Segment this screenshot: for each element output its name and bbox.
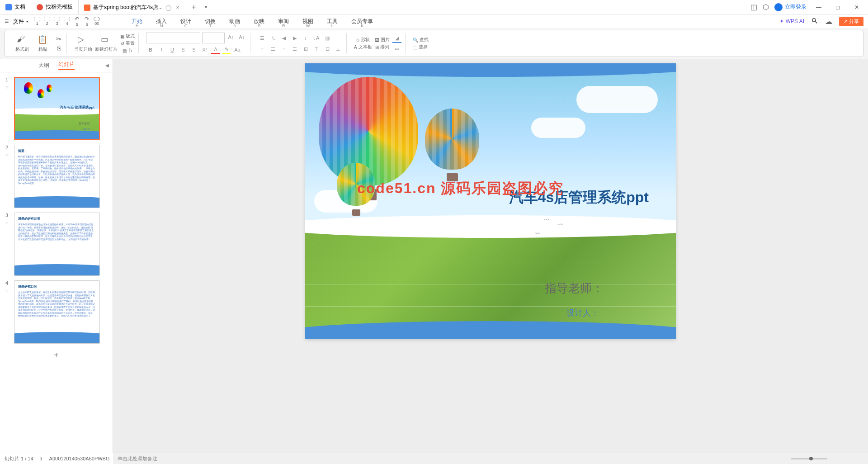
columns-button[interactable]: ▥ [323,33,332,43]
designer-text[interactable]: 设计人： [566,308,599,318]
bold-button[interactable]: B [146,45,155,54]
tab-animation[interactable]: 动画A [227,16,242,27]
slide-thumbnail-1[interactable]: 1☆ 汽车4s店管理系统ppt 指导老师： 设计人: [2,77,110,140]
slide-thumbnail-4[interactable]: 4☆ 课题研究目的 企业的不断飞速的发展，对信息化的需求日益剧增及不断增多的时期… [2,280,110,344]
cloud-icon[interactable]: ☁ [825,17,832,26]
qa-print[interactable]: 2 [42,17,52,26]
multi-window-icon[interactable]: ◫ [750,3,757,11]
minimize-button[interactable]: — [812,4,826,10]
copy-button[interactable]: ⎘ [55,44,63,52]
font-size-select[interactable] [202,33,225,43]
textbox-button[interactable]: A文本框 [354,44,372,50]
distribute-button[interactable]: ⊞ [301,44,310,53]
qa-undo[interactable]: ↶5 [72,17,81,26]
hamburger-icon[interactable]: ≡ [5,17,9,25]
qa-save[interactable]: 1 [33,17,42,26]
box-icon[interactable]: ⬡ [763,3,769,11]
star-icon[interactable]: ☆ [5,85,9,90]
login-button[interactable]: 立即登录 [774,3,807,11]
tab-slideshow[interactable]: 放映S [251,16,267,27]
align-middle-button[interactable]: ⊟ [323,44,332,53]
zoom-slider[interactable] [791,458,827,459]
text-direction-button[interactable]: ↓A [312,33,321,43]
wps-ai-button[interactable]: ✦WPS AI [779,18,804,24]
font-color-button[interactable]: A [211,45,220,54]
numbering-button[interactable]: ⒈ [269,33,278,43]
slides-tab[interactable]: 幻灯片 [58,61,75,70]
line-spacing-button[interactable]: ↕ [301,33,310,43]
arrange-button[interactable]: ⊞排列 [375,44,390,50]
reset-button[interactable]: ↺重置 [120,40,135,47]
tab-design[interactable]: 设计G [178,16,193,27]
maximize-button[interactable]: ◻ [831,4,844,10]
cut-button[interactable]: ✂ [55,35,63,43]
align-top-button[interactable]: ⊤ [312,44,321,53]
paste-button[interactable]: 📋粘贴 [34,34,52,52]
qa-export[interactable]: 4 [62,17,71,26]
tab-review[interactable]: 审阅R [276,16,291,27]
star-icon[interactable]: ☆ [5,288,9,293]
canvas-area[interactable]: 〰 〰 〰 code51.cn 源码乐园盗图必究 汽车4s店管理系统ppt 指导… [113,59,868,453]
decrease-font-button[interactable]: A↓ [237,33,246,42]
slide-thumbnail-2[interactable]: 2☆ 摘要： 时代在飞速进步，每个行业都在努力发展现在先进技术，通过这些先进的技… [2,145,110,208]
shadow-button[interactable]: S [179,45,188,54]
slide-counter[interactable]: 幻灯片 1 / 14 [5,455,33,462]
close-icon[interactable]: ✕ [176,5,181,10]
change-case-button[interactable]: Aa [233,45,242,54]
tab-chat-icon[interactable]: ◯ [165,5,171,11]
format-painter-button[interactable]: 🖌格式刷 [13,34,31,52]
new-slide-button[interactable]: ▭新建幻灯片 [95,34,118,52]
qa-preview[interactable]: 3 [52,17,61,26]
share-button[interactable]: ↗分享 [839,17,863,26]
superscript-button[interactable]: X² [200,45,209,54]
file-menu[interactable]: 文件 ▾ F [9,16,32,27]
outline-tab[interactable]: 大纲 [38,62,49,69]
qa-redo[interactable]: ↷6 [82,17,91,26]
qa-more[interactable]: 00 [92,17,101,26]
bullets-button[interactable]: ☰ [258,33,267,43]
document-tab-1[interactable]: 文档 [0,0,31,14]
increase-indent-button[interactable]: ▶ [290,33,299,43]
from-current-button[interactable]: ▷当页开始 [74,34,92,52]
add-tab-button[interactable]: + [187,3,200,11]
select-button[interactable]: ⬚选择 [413,44,429,50]
star-icon[interactable]: ☆ [5,220,9,225]
italic-button[interactable]: I [157,45,166,54]
layout-button[interactable]: ▦版式 [120,33,135,39]
star-icon[interactable]: ☆ [5,152,9,157]
align-right-button[interactable]: ≡ [279,44,288,53]
slide-thumbnail-3[interactable]: 3☆ 课题的研究背景 汽车4s店管理系统将通过计算机进行整体管理，对汽车4s店管… [2,213,110,276]
justify-button[interactable]: ☰ [290,44,299,53]
align-center-button[interactable]: ☰ [269,44,278,53]
teacher-text[interactable]: 指导老师： [545,280,604,296]
highlight-button[interactable]: ✎ [222,45,231,54]
slide-canvas[interactable]: 〰 〰 〰 code51.cn 源码乐园盗图必究 汽车4s店管理系统ppt 指导… [305,63,676,339]
tab-insert[interactable]: 插入N [154,16,169,27]
align-left-button[interactable]: ≡ [258,44,267,53]
underline-button[interactable]: U [168,45,177,54]
tab-member[interactable]: 会员专享K [349,16,375,27]
picture-button[interactable]: 🖼图片 [375,37,390,43]
search-icon[interactable]: 🔍︎ [811,17,818,25]
collapse-sidebar-button[interactable]: ◀ [105,63,109,68]
shape-button[interactable]: ◇形状 [354,37,372,43]
tab-menu-button[interactable]: ▾ [200,5,212,9]
increase-font-button[interactable]: A↑ [226,33,236,42]
tab-view[interactable]: 视图W [300,16,316,27]
tab-transition[interactable]: 切换T [203,16,218,27]
close-button[interactable]: ✕ [850,4,863,10]
add-slide-button[interactable]: + [2,348,110,362]
strike-button[interactable]: S [189,45,198,54]
tab-tools[interactable]: 工具L [325,16,340,27]
find-button[interactable]: 🔍查找 [413,37,429,43]
font-family-select[interactable] [146,33,200,43]
decrease-indent-button[interactable]: ◀ [279,33,288,43]
notes-pane[interactable]: 单击此处添加备注 [113,453,868,464]
section-button[interactable]: ▤节 [120,47,135,54]
document-tab-2[interactable]: 找稻壳模板 [31,0,79,14]
align-bottom-button[interactable]: ⊥ [334,44,343,53]
document-tab-3[interactable]: 基于spring boot的汽车4s店... ◯ ✕ [79,0,187,14]
tab-home[interactable]: 开始H [129,16,145,27]
outline-button[interactable]: ▭ [392,44,401,53]
fill-button[interactable]: ◢ [392,34,401,43]
